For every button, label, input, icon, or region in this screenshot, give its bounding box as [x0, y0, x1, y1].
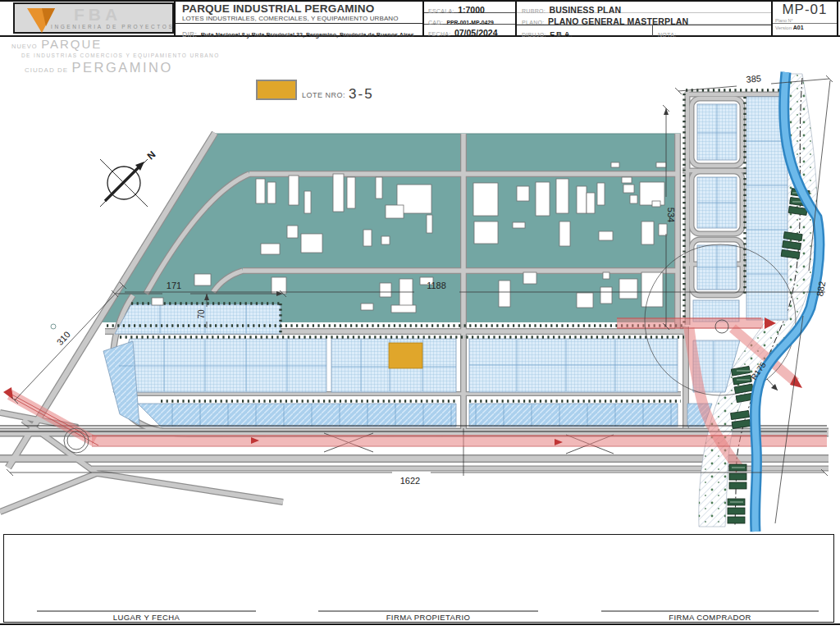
drawing-info-panel: RUBRO: BUSINESS PLAN PLANO: PLANO GENERA… — [515, 2, 771, 35]
wm-ciudad-de: CIUDAD DE — [25, 66, 68, 74]
dim-385: 385 — [746, 73, 761, 84]
dim-1188: 1188 — [427, 281, 446, 290]
dir-label: DIR: — [182, 30, 197, 39]
signature-field-lugar-fecha: LUGAR Y FECHA — [37, 610, 256, 622]
legend-lot-number: 3-5 — [349, 88, 374, 100]
sheet-bottom-border — [0, 623, 840, 625]
sheet-number-panel: MP-01 Plano N° Version A01 — [771, 2, 838, 35]
lot-color-swatch — [256, 80, 297, 100]
dim-534: 534 — [666, 208, 676, 222]
logo-brand: FBA — [74, 5, 121, 25]
escala-row: ESCALA: 1:7000 — [424, 2, 515, 13]
dim-1622: 1622 — [400, 476, 420, 486]
fba-logo-icon — [25, 7, 57, 34]
dim-882: 882 — [815, 281, 827, 297]
dibujo-value: F.B.A. — [550, 30, 573, 39]
wm-pergamino: PERGAMINO — [71, 60, 172, 75]
version-label: Version — [775, 25, 792, 30]
project-title-panel: PARQUE INDUSTRIAL PERGAMINO LOTES INDUST… — [174, 2, 422, 35]
fecha-value: 07/05/2024 — [454, 28, 498, 38]
fecha-label: FECHA: — [428, 31, 450, 37]
signature-caption: LUGAR Y FECHA — [37, 613, 256, 622]
scale-panel: ESCALA: 1:7000 CAD: PPR-001-MP-0429 FECH… — [422, 2, 515, 35]
signature-caption: FIRMA PROPIETARIO — [318, 613, 538, 622]
dir-value: Ruta Nacional 8 y Ruta Provincial 32, Pe… — [201, 31, 414, 39]
version-value: A01 — [793, 25, 804, 30]
highlighted-lot-3-5 — [389, 343, 422, 368]
dim-70: 70 — [197, 309, 206, 319]
sheet-version-row: Version A01 — [773, 23, 837, 30]
wm-parque: PARQUE — [41, 37, 102, 51]
nota-label: NOTA: — [658, 32, 676, 38]
signature-caption: FIRMA COMPRADOR — [601, 613, 819, 622]
signature-field-comprador: FIRMA COMPRADOR — [601, 610, 819, 622]
lot-legend: LOTE NRO: 3-5 — [256, 80, 374, 100]
dibujo-row: DIBUJO: F.B.A. NOTA: — [517, 25, 771, 36]
rubro-row: RUBRO: BUSINESS PLAN — [517, 2, 771, 13]
project-watermark: NUEVO PARQUE DE INDUSTRIAS COMERCIOS Y E… — [11, 38, 220, 75]
signature-line — [601, 610, 819, 612]
legend-label: LOTE NRO: — [302, 91, 345, 100]
fecha-row: FECHA: 07/05/2024 — [424, 25, 515, 35]
title-block: FBA INGENIERIA DE PROYECTOS PARQUE INDUS… — [0, 0, 840, 37]
signature-field-propietario: FIRMA PROPIETARIO — [318, 610, 538, 622]
nota-cell: NOTA: — [652, 25, 676, 36]
logo-panel: FBA INGENIERIA DE PROYECTOS — [13, 2, 174, 34]
dim-171: 171 — [167, 281, 181, 290]
address-row: DIR: Ruta Nacional 8 y Ruta Provincial 3… — [176, 23, 422, 40]
wm-nuevo: NUEVO — [11, 43, 38, 50]
sheet-code: MP-01 — [773, 2, 837, 18]
dim-310: 310 — [55, 330, 72, 348]
logo-tagline: INGENIERIA DE PROYECTOS — [51, 24, 174, 30]
plano-row: PLANO: PLANO GENERAL MASTERPLAN — [517, 13, 771, 25]
north-compass: N — [100, 148, 158, 207]
project-title: PARQUE INDUSTRIAL PERGAMINO — [176, 2, 422, 15]
cad-row: CAD: PPR-001-MP-0429 — [424, 13, 515, 25]
wm-line2: DE INDUSTRIAS COMERCIOS Y EQUIPAMIENTO U… — [21, 53, 220, 59]
masterplan-sheet: 171 70 1188 385 534 882 310 1622 R175 N … — [0, 0, 840, 630]
signature-line — [318, 610, 538, 612]
signature-box — [3, 534, 834, 623]
signature-line — [37, 610, 256, 612]
dibujo-label: DIBUJO: — [522, 32, 546, 38]
project-subtitle: LOTES INDUSTRIALES, COMERCIALES, Y EQUIP… — [176, 15, 422, 23]
